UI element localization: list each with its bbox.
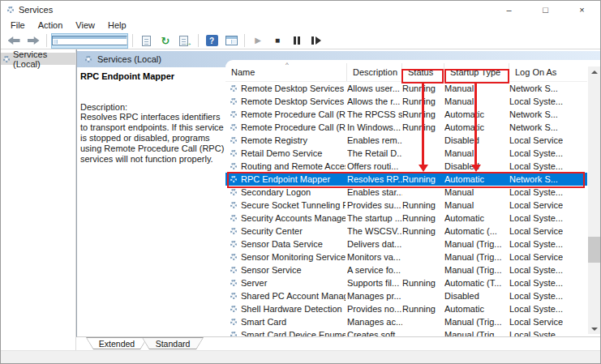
view-header-title: Services (Local)	[97, 54, 161, 64]
column-header-log-on-as[interactable]: Log On As	[509, 63, 563, 81]
cell-description: A service fo...	[347, 265, 402, 275]
tab-extended[interactable]: Extended	[86, 337, 148, 349]
cell-startup-type: Manual	[444, 200, 509, 210]
table-row[interactable]: Secondary LogonEnables star...ManualLoca…	[225, 186, 587, 199]
cell-startup-type: Automatic (...	[444, 226, 509, 236]
cell-name: Sensor Service	[225, 265, 347, 275]
tab-standard[interactable]: Standard	[142, 337, 204, 349]
services-node-icon	[85, 56, 92, 62]
restart-service-button[interactable]	[307, 33, 325, 49]
cell-name: Security Accounts Manager	[225, 213, 347, 223]
back-button[interactable]	[5, 33, 23, 49]
window-controls: –□×	[491, 1, 600, 18]
table-row[interactable]: Smart CardManages ac...Manual (Trig...Lo…	[225, 315, 587, 328]
cell-status: Running	[402, 304, 444, 314]
cell-log-on-as: Local Syste...	[509, 330, 563, 336]
cell-name: Security Center	[225, 226, 347, 236]
table-row[interactable]: ServerSupports fil...RunningAutomatic (T…	[225, 276, 587, 289]
column-header-status[interactable]: Status	[402, 63, 444, 81]
table-row[interactable]: Shell Hardware DetectionProvides no...Ru…	[225, 302, 587, 315]
pause-service-button[interactable]	[288, 33, 306, 49]
properties-button[interactable]	[137, 33, 155, 49]
close-button[interactable]: ×	[564, 1, 600, 18]
service-name-text: Smart Card Device Enumera...	[241, 330, 346, 336]
stop-service-icon: ■	[275, 36, 280, 45]
refresh-button[interactable]: ↻	[157, 33, 174, 49]
table-row[interactable]: RPC Endpoint MapperResolves RP...Running…	[225, 173, 587, 186]
toolbar: ↻→?▶■	[1, 32, 600, 49]
menu-file[interactable]: File	[4, 19, 32, 31]
export-list-button[interactable]: →	[176, 33, 194, 49]
show-console-tree-button[interactable]	[51, 33, 128, 49]
cell-startup-type: Manual	[444, 187, 509, 197]
cell-log-on-as: Network S...	[509, 122, 563, 132]
cell-name: Shared PC Account Manager	[225, 291, 347, 301]
description-label: Description:	[80, 102, 225, 112]
service-gear-icon	[230, 189, 237, 195]
title-bar: Services –□×	[1, 1, 600, 18]
table-row[interactable]: Remote RegistryEnables rem...DisabledLoc…	[225, 134, 587, 147]
cell-startup-type: Manual (Trig...	[444, 252, 509, 262]
table-row[interactable]: Secure Socket Tunneling Pr...Provides su…	[225, 199, 587, 212]
cell-description: The Retail D...	[347, 148, 402, 158]
sidebar-item-services-local[interactable]: Services (Local)	[1, 53, 75, 65]
service-name-text: Remote Procedure Call (RPC)	[241, 109, 346, 119]
table-row[interactable]: Security Accounts ManagerThe startup ...…	[225, 212, 587, 225]
cell-description: Delivers dat...	[347, 239, 402, 249]
cell-description: Manages ac...	[347, 317, 402, 327]
table-row[interactable]: Shared PC Account ManagerManages pr...Di…	[225, 289, 587, 302]
scroll-up-button[interactable]	[588, 66, 600, 77]
cell-name: Routing and Remote Access	[225, 161, 347, 171]
table-row[interactable]: Sensor ServiceA service fo...Manual (Tri…	[225, 263, 587, 276]
stop-service-button[interactable]: ■	[268, 33, 286, 49]
cell-status: Running	[402, 109, 444, 119]
show-action-pane-button[interactable]	[222, 33, 240, 49]
table-row[interactable]: Remote Desktop Services U...Allows the r…	[225, 95, 587, 108]
forward-button[interactable]	[24, 33, 42, 49]
table-row[interactable]: Retail Demo ServiceThe Retail D...Manual…	[225, 147, 587, 160]
table-row[interactable]: Remote Desktop ServicesAllows user...Run…	[225, 82, 587, 95]
column-header-startup-type[interactable]: Startup Type	[444, 63, 509, 81]
table-row[interactable]: Smart Card Device Enumera...Creates soft…	[225, 328, 587, 336]
toolbar-separator	[46, 34, 47, 47]
cell-description: Monitors va...	[347, 252, 402, 262]
column-header-description[interactable]: Description	[347, 63, 402, 81]
service-name-text: Sensor Monitoring Service	[241, 252, 346, 262]
menu-action[interactable]: Action	[32, 19, 70, 31]
cell-status: Running	[402, 84, 444, 93]
selected-service-title: RPC Endpoint Mapper	[80, 71, 225, 81]
table-row[interactable]: Sensor Data ServiceDelivers dat...Manual…	[225, 238, 587, 251]
table-row[interactable]: Remote Procedure Call (RPC)The RPCSS s..…	[225, 108, 587, 121]
service-gear-icon	[230, 306, 237, 312]
table-row[interactable]: Routing and Remote AccessOffers routi...…	[225, 160, 587, 173]
table-row[interactable]: Sensor Monitoring ServiceMonitors va...M…	[225, 251, 587, 263]
status-bar	[1, 350, 600, 363]
export-arrow-icon: →	[184, 39, 192, 47]
scrollbar-thumb[interactable]	[588, 237, 600, 263]
help-button[interactable]: ?	[203, 33, 221, 49]
menu-view[interactable]: View	[69, 19, 101, 31]
start-service-button[interactable]: ▶	[249, 33, 267, 49]
cell-startup-type: Manual	[444, 96, 509, 106]
menu-help[interactable]: Help	[101, 19, 133, 31]
cell-startup-type: Manual	[444, 84, 509, 93]
services-window: Services –□× FileActionViewHelp ↻→?▶■ Se…	[0, 0, 601, 364]
scroll-down-button[interactable]	[588, 323, 600, 334]
services-app-icon	[7, 6, 14, 13]
cell-log-on-as: Local Service	[509, 317, 563, 327]
minimize-button[interactable]: –	[491, 1, 527, 18]
service-name-text: Retail Demo Service	[241, 148, 324, 158]
cell-startup-type: Manual (Trig...	[444, 239, 509, 249]
pause-service-icon	[294, 36, 300, 45]
start-service-icon: ▶	[255, 36, 261, 45]
cell-log-on-as: Network S...	[509, 174, 563, 184]
cell-status: Running	[402, 200, 444, 210]
table-row[interactable]: Remote Procedure Call (RP...In Windows..…	[225, 121, 587, 134]
cell-name: RPC Endpoint Mapper	[225, 174, 347, 184]
cell-log-on-as: Local Service	[509, 226, 563, 236]
table-row[interactable]: Security CenterThe WSCSV...RunningAutoma…	[225, 225, 587, 238]
maximize-button[interactable]: □	[527, 1, 564, 18]
cell-status: Running	[402, 96, 444, 106]
vertical-scrollbar[interactable]	[588, 66, 600, 334]
service-name-text: Smart Card	[241, 317, 288, 327]
